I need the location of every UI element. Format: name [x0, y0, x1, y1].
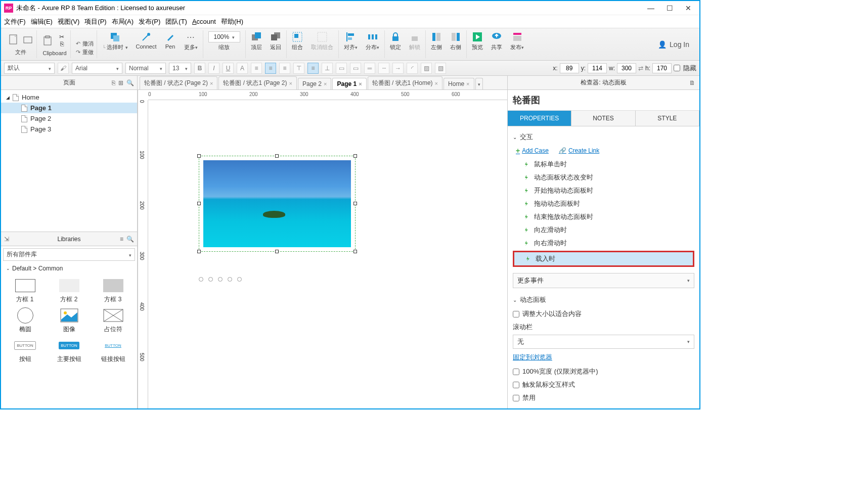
add-case-button[interactable]: +Add Case [516, 147, 549, 155]
italic-button[interactable]: I [208, 63, 219, 74]
hidden-checkbox[interactable] [674, 65, 680, 71]
x-input[interactable] [560, 63, 579, 73]
search-pages-icon[interactable]: 🔍 [126, 79, 134, 86]
line-width-button[interactable]: ═ [364, 63, 375, 74]
dynamic-panel-widget[interactable] [199, 156, 356, 252]
align-left-button[interactable]: ≡ [251, 63, 262, 74]
pen-icon[interactable] [165, 31, 176, 42]
resize-handle-se[interactable] [353, 250, 357, 253]
event-dragstart[interactable]: 开始拖动动态面板时 [508, 184, 699, 197]
more-icon[interactable]: ⋯ [185, 31, 196, 42]
minimize-button[interactable]: — [647, 4, 654, 12]
menu-account[interactable]: Account [192, 18, 216, 25]
resize-handle-n[interactable] [275, 154, 279, 158]
weight-select[interactable]: Normal [125, 63, 166, 74]
menu-view[interactable]: 视图(V) [58, 17, 79, 26]
group-icon[interactable] [292, 31, 303, 42]
interactions-section[interactable]: ⌄交互 [508, 129, 699, 145]
add-page-icon[interactable]: ⎘ [112, 79, 115, 86]
paste-icon[interactable] [42, 35, 53, 46]
widget-name[interactable]: 轮番图 [508, 90, 699, 111]
new-file-icon[interactable] [8, 34, 19, 45]
resize-handle-ne[interactable] [353, 154, 357, 158]
tab-close-icon[interactable]: × [359, 81, 362, 87]
lock-aspect-icon[interactable]: ⇄ [638, 65, 643, 72]
widget-primary-button[interactable]: BUTTON主要按钮 [49, 338, 89, 363]
event-drag[interactable]: 拖动动态面板时 [508, 197, 699, 210]
font-select[interactable]: Arial [72, 63, 122, 74]
dock-left-icon[interactable] [431, 31, 442, 42]
line-style-button[interactable]: ┄ [378, 63, 389, 74]
redo-button[interactable]: ↷重做 [76, 49, 94, 56]
dot[interactable] [199, 277, 203, 282]
tab-close-icon[interactable]: × [466, 81, 469, 87]
tab-close-icon[interactable]: × [210, 80, 213, 86]
add-folder-icon[interactable]: ⊞ [118, 79, 123, 86]
lib-collapse-icon[interactable]: ⇲ [4, 236, 9, 243]
valign-middle-button[interactable]: ≡ [307, 63, 319, 74]
cut-icon[interactable]: ✂ [56, 34, 67, 40]
undo-button[interactable]: ↶撤消 [76, 40, 94, 48]
corner-button[interactable]: ◜ [407, 63, 418, 74]
text-color-button[interactable]: A [237, 63, 248, 74]
menu-team[interactable]: 团队(T) [165, 17, 187, 26]
style-paint-icon[interactable]: 🖌 [58, 63, 69, 74]
library-category[interactable]: ⌄Default > Common [1, 263, 137, 274]
event-onclick[interactable]: 鼠标单击时 [508, 158, 699, 171]
widget-placeholder[interactable]: 占位符 [93, 308, 133, 334]
preview-icon[interactable] [472, 31, 483, 42]
line-color-button[interactable]: ▭ [350, 63, 361, 74]
inspector-note-icon[interactable]: 🗎 [689, 79, 695, 86]
resize-handle-nw[interactable] [197, 154, 201, 158]
dot[interactable] [237, 277, 242, 282]
tree-item-page1[interactable]: Page 1 [1, 103, 137, 113]
event-onload[interactable]: 载入时 [514, 252, 693, 265]
menu-file[interactable]: 文件(F) [4, 17, 26, 26]
distribute-icon[interactable] [367, 31, 378, 42]
underline-button[interactable]: U [223, 63, 234, 74]
dot[interactable] [228, 277, 232, 282]
canvas[interactable] [148, 100, 507, 408]
trigger-hover-checkbox[interactable]: 触发鼠标交互样式 [508, 378, 699, 391]
style-select[interactable]: 默认 [4, 63, 55, 74]
event-panelstatechange[interactable]: 动态面板状态改变时 [508, 171, 699, 184]
tab-home[interactable]: Home× [444, 78, 474, 89]
tree-item-page3[interactable]: Page 3 [1, 124, 137, 134]
tab-properties[interactable]: PROPERTIES [508, 111, 571, 126]
copy-icon[interactable]: ⎘ [56, 41, 67, 47]
connect-icon[interactable] [141, 31, 152, 42]
menu-arrange[interactable]: 布局(A) [112, 17, 134, 26]
widget-box3[interactable]: 方框 3 [93, 278, 133, 304]
share-icon[interactable] [491, 31, 502, 42]
maximize-button[interactable]: ☐ [667, 4, 673, 12]
disable-checkbox[interactable]: 禁用 [508, 391, 699, 404]
fit-content-checkbox[interactable]: 调整大小以适合内容 [508, 307, 699, 320]
tab-overflow-button[interactable] [475, 78, 483, 89]
tab-state2-page2[interactable]: 轮番图 / 状态2 (Page 2)× [140, 76, 217, 89]
open-file-icon[interactable] [22, 34, 33, 45]
menu-help[interactable]: 帮助(H) [221, 17, 243, 26]
login-button[interactable]: 👤 Log In [652, 30, 695, 58]
widget-box2[interactable]: 方框 2 [49, 278, 89, 304]
align-icon[interactable] [345, 31, 357, 42]
dynpanel-section[interactable]: ⌄动态面板 [508, 292, 699, 307]
w-input[interactable] [617, 63, 636, 73]
full-width-checkbox[interactable]: 100%宽度 (仅限浏览器中) [508, 365, 699, 378]
close-button[interactable]: ✕ [685, 4, 691, 12]
tab-page1[interactable]: Page 1× [332, 78, 366, 89]
pin-browser-link[interactable]: 固定到浏览器 [508, 350, 699, 365]
align-center-button[interactable]: ≡ [265, 63, 276, 74]
menu-edit[interactable]: 编辑(E) [31, 17, 53, 26]
bold-button[interactable]: B [194, 63, 205, 74]
tab-close-icon[interactable]: × [289, 80, 292, 86]
h-input[interactable] [652, 63, 672, 73]
widget-button[interactable]: BUTTON按钮 [5, 338, 45, 363]
widget-image[interactable]: 图像 [49, 308, 89, 334]
resize-handle-e[interactable] [353, 202, 357, 205]
valign-top-button[interactable]: ⊤ [293, 63, 304, 74]
arrow-button[interactable]: → [392, 63, 404, 74]
event-swipeleft[interactable]: 向左滑动时 [508, 223, 699, 237]
resize-handle-s[interactable] [275, 250, 279, 253]
bring-front-icon[interactable] [251, 31, 262, 42]
ungroup-icon[interactable] [317, 31, 328, 42]
